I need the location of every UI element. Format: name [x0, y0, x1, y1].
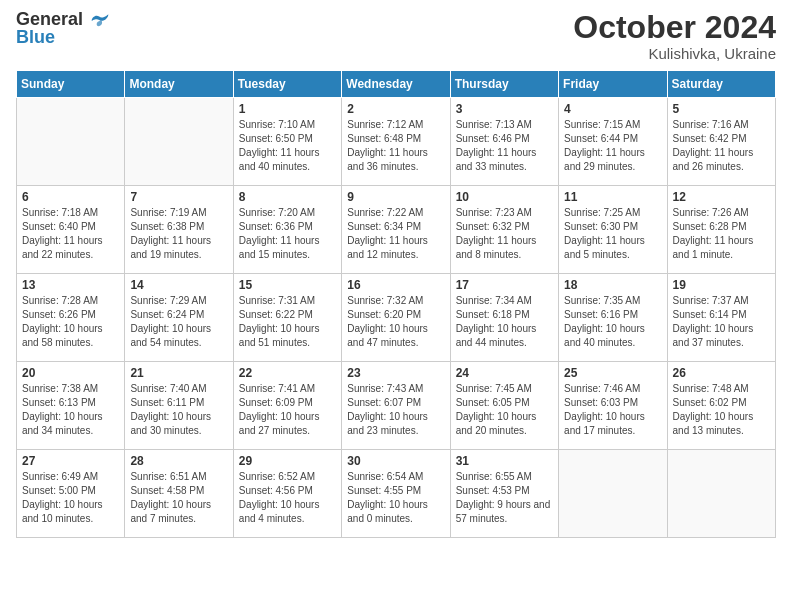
calendar-cell: 13Sunrise: 7:28 AM Sunset: 6:26 PM Dayli…	[17, 274, 125, 362]
calendar-cell: 7Sunrise: 7:19 AM Sunset: 6:38 PM Daylig…	[125, 186, 233, 274]
calendar-week-row: 6Sunrise: 7:18 AM Sunset: 6:40 PM Daylig…	[17, 186, 776, 274]
day-number: 28	[130, 454, 227, 468]
calendar-cell: 20Sunrise: 7:38 AM Sunset: 6:13 PM Dayli…	[17, 362, 125, 450]
day-number: 22	[239, 366, 336, 380]
day-info: Sunrise: 7:15 AM Sunset: 6:44 PM Dayligh…	[564, 118, 661, 174]
calendar-week-row: 20Sunrise: 7:38 AM Sunset: 6:13 PM Dayli…	[17, 362, 776, 450]
calendar-cell: 21Sunrise: 7:40 AM Sunset: 6:11 PM Dayli…	[125, 362, 233, 450]
day-info: Sunrise: 7:45 AM Sunset: 6:05 PM Dayligh…	[456, 382, 553, 438]
calendar-cell	[559, 450, 667, 538]
day-number: 13	[22, 278, 119, 292]
day-info: Sunrise: 6:55 AM Sunset: 4:53 PM Dayligh…	[456, 470, 553, 526]
calendar-cell: 10Sunrise: 7:23 AM Sunset: 6:32 PM Dayli…	[450, 186, 558, 274]
day-number: 12	[673, 190, 770, 204]
calendar-cell: 11Sunrise: 7:25 AM Sunset: 6:30 PM Dayli…	[559, 186, 667, 274]
day-info: Sunrise: 7:35 AM Sunset: 6:16 PM Dayligh…	[564, 294, 661, 350]
logo-wrapper: General Blue	[16, 10, 110, 46]
day-number: 2	[347, 102, 444, 116]
header: General Blue October 2024 Kulishivka, Uk…	[16, 10, 776, 62]
day-info: Sunrise: 7:12 AM Sunset: 6:48 PM Dayligh…	[347, 118, 444, 174]
day-number: 18	[564, 278, 661, 292]
day-info: Sunrise: 7:32 AM Sunset: 6:20 PM Dayligh…	[347, 294, 444, 350]
day-info: Sunrise: 7:43 AM Sunset: 6:07 PM Dayligh…	[347, 382, 444, 438]
day-number: 23	[347, 366, 444, 380]
day-info: Sunrise: 7:48 AM Sunset: 6:02 PM Dayligh…	[673, 382, 770, 438]
day-info: Sunrise: 7:23 AM Sunset: 6:32 PM Dayligh…	[456, 206, 553, 262]
day-info: Sunrise: 7:19 AM Sunset: 6:38 PM Dayligh…	[130, 206, 227, 262]
day-info: Sunrise: 7:22 AM Sunset: 6:34 PM Dayligh…	[347, 206, 444, 262]
logo-text-block: General Blue	[16, 10, 110, 46]
calendar-week-row: 1Sunrise: 7:10 AM Sunset: 6:50 PM Daylig…	[17, 98, 776, 186]
header-wednesday: Wednesday	[342, 71, 450, 98]
calendar-cell: 4Sunrise: 7:15 AM Sunset: 6:44 PM Daylig…	[559, 98, 667, 186]
day-number: 27	[22, 454, 119, 468]
calendar-cell: 2Sunrise: 7:12 AM Sunset: 6:48 PM Daylig…	[342, 98, 450, 186]
calendar-cell: 31Sunrise: 6:55 AM Sunset: 4:53 PM Dayli…	[450, 450, 558, 538]
calendar-week-row: 27Sunrise: 6:49 AM Sunset: 5:00 PM Dayli…	[17, 450, 776, 538]
day-info: Sunrise: 7:29 AM Sunset: 6:24 PM Dayligh…	[130, 294, 227, 350]
logo-general: General	[16, 10, 110, 28]
day-info: Sunrise: 7:18 AM Sunset: 6:40 PM Dayligh…	[22, 206, 119, 262]
day-number: 25	[564, 366, 661, 380]
header-friday: Friday	[559, 71, 667, 98]
calendar-body: 1Sunrise: 7:10 AM Sunset: 6:50 PM Daylig…	[17, 98, 776, 538]
day-number: 5	[673, 102, 770, 116]
header-saturday: Saturday	[667, 71, 775, 98]
day-info: Sunrise: 7:25 AM Sunset: 6:30 PM Dayligh…	[564, 206, 661, 262]
day-number: 31	[456, 454, 553, 468]
day-number: 17	[456, 278, 553, 292]
header-sunday: Sunday	[17, 71, 125, 98]
day-info: Sunrise: 7:16 AM Sunset: 6:42 PM Dayligh…	[673, 118, 770, 174]
month-title: October 2024	[573, 10, 776, 45]
day-info: Sunrise: 7:28 AM Sunset: 6:26 PM Dayligh…	[22, 294, 119, 350]
bird-icon	[90, 12, 110, 28]
day-number: 16	[347, 278, 444, 292]
calendar-page: General Blue October 2024 Kulishivka, Uk…	[0, 0, 792, 612]
day-number: 11	[564, 190, 661, 204]
day-number: 3	[456, 102, 553, 116]
day-number: 8	[239, 190, 336, 204]
calendar-cell: 30Sunrise: 6:54 AM Sunset: 4:55 PM Dayli…	[342, 450, 450, 538]
calendar-cell: 18Sunrise: 7:35 AM Sunset: 6:16 PM Dayli…	[559, 274, 667, 362]
day-info: Sunrise: 7:38 AM Sunset: 6:13 PM Dayligh…	[22, 382, 119, 438]
calendar-cell: 19Sunrise: 7:37 AM Sunset: 6:14 PM Dayli…	[667, 274, 775, 362]
weekday-header-row: Sunday Monday Tuesday Wednesday Thursday…	[17, 71, 776, 98]
day-number: 7	[130, 190, 227, 204]
day-info: Sunrise: 7:37 AM Sunset: 6:14 PM Dayligh…	[673, 294, 770, 350]
day-number: 21	[130, 366, 227, 380]
calendar-week-row: 13Sunrise: 7:28 AM Sunset: 6:26 PM Dayli…	[17, 274, 776, 362]
day-info: Sunrise: 7:31 AM Sunset: 6:22 PM Dayligh…	[239, 294, 336, 350]
day-info: Sunrise: 7:13 AM Sunset: 6:46 PM Dayligh…	[456, 118, 553, 174]
day-number: 19	[673, 278, 770, 292]
logo-blue: Blue	[16, 28, 110, 46]
header-monday: Monday	[125, 71, 233, 98]
day-info: Sunrise: 7:34 AM Sunset: 6:18 PM Dayligh…	[456, 294, 553, 350]
day-info: Sunrise: 7:10 AM Sunset: 6:50 PM Dayligh…	[239, 118, 336, 174]
day-info: Sunrise: 7:20 AM Sunset: 6:36 PM Dayligh…	[239, 206, 336, 262]
calendar-cell: 15Sunrise: 7:31 AM Sunset: 6:22 PM Dayli…	[233, 274, 341, 362]
day-info: Sunrise: 7:40 AM Sunset: 6:11 PM Dayligh…	[130, 382, 227, 438]
calendar-cell: 8Sunrise: 7:20 AM Sunset: 6:36 PM Daylig…	[233, 186, 341, 274]
calendar-table: Sunday Monday Tuesday Wednesday Thursday…	[16, 70, 776, 538]
day-number: 9	[347, 190, 444, 204]
day-number: 24	[456, 366, 553, 380]
day-number: 15	[239, 278, 336, 292]
calendar-cell	[17, 98, 125, 186]
day-number: 30	[347, 454, 444, 468]
day-number: 14	[130, 278, 227, 292]
title-block: October 2024 Kulishivka, Ukraine	[573, 10, 776, 62]
calendar-cell: 25Sunrise: 7:46 AM Sunset: 6:03 PM Dayli…	[559, 362, 667, 450]
calendar-cell	[125, 98, 233, 186]
day-number: 1	[239, 102, 336, 116]
calendar-cell: 5Sunrise: 7:16 AM Sunset: 6:42 PM Daylig…	[667, 98, 775, 186]
calendar-cell: 24Sunrise: 7:45 AM Sunset: 6:05 PM Dayli…	[450, 362, 558, 450]
calendar-cell: 17Sunrise: 7:34 AM Sunset: 6:18 PM Dayli…	[450, 274, 558, 362]
calendar-cell: 14Sunrise: 7:29 AM Sunset: 6:24 PM Dayli…	[125, 274, 233, 362]
calendar-cell: 16Sunrise: 7:32 AM Sunset: 6:20 PM Dayli…	[342, 274, 450, 362]
day-number: 6	[22, 190, 119, 204]
day-info: Sunrise: 6:51 AM Sunset: 4:58 PM Dayligh…	[130, 470, 227, 526]
calendar-cell: 29Sunrise: 6:52 AM Sunset: 4:56 PM Dayli…	[233, 450, 341, 538]
calendar-cell: 1Sunrise: 7:10 AM Sunset: 6:50 PM Daylig…	[233, 98, 341, 186]
calendar-cell: 23Sunrise: 7:43 AM Sunset: 6:07 PM Dayli…	[342, 362, 450, 450]
day-number: 26	[673, 366, 770, 380]
